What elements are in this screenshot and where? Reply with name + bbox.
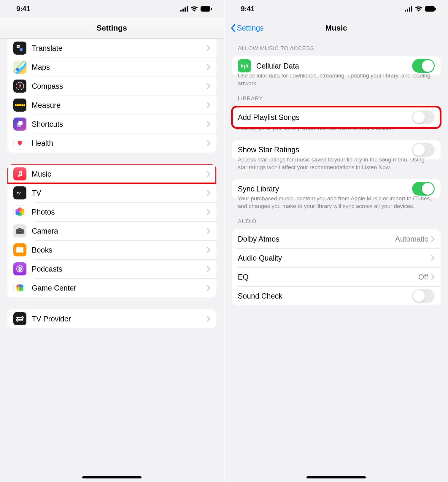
row-sound-check[interactable]: Sound Check [232, 286, 441, 305]
row-label: Game Center [32, 284, 207, 292]
svg-text:文: 文 [20, 48, 22, 51]
chevron-left-icon [231, 24, 236, 33]
row-label: Maps [32, 63, 207, 72]
measure-icon [13, 99, 26, 112]
row-label: Measure [32, 101, 207, 110]
chevron-icon [207, 247, 210, 253]
row-label: Cellular Data [256, 62, 412, 70]
sound-check-toggle[interactable] [412, 289, 435, 303]
row-eq[interactable]: EQ Off [232, 267, 441, 286]
row-label: Compass [32, 82, 207, 91]
chevron-icon [207, 171, 210, 177]
svg-rect-0 [180, 10, 182, 12]
row-measure[interactable]: Measure [7, 96, 216, 115]
group-audio: Dolby Atmos Automatic Audio Quality EQ O… [232, 229, 441, 305]
camera-icon [13, 224, 26, 237]
row-photos[interactable]: Photos [7, 202, 216, 221]
home-indicator[interactable] [82, 476, 142, 478]
wifi-icon [190, 6, 198, 12]
compass-icon [13, 80, 26, 93]
gamecenter-icon [13, 281, 26, 294]
status-bar: 9:41 [225, 0, 448, 18]
row-compass[interactable]: Compass [7, 77, 216, 96]
section-header-library: Library [238, 95, 435, 102]
chevron-icon [207, 121, 210, 127]
group-sync-library: Sync Library [232, 179, 441, 198]
chevron-icon [431, 255, 435, 261]
row-label: EQ [238, 273, 419, 281]
translate-icon: A文 [13, 42, 26, 55]
settings-group-2: Music tv TV [7, 164, 216, 297]
row-label: TV Provider [32, 315, 207, 323]
row-label: Music [32, 170, 207, 178]
chevron-icon [431, 274, 435, 280]
chevron-icon [207, 228, 210, 234]
svg-rect-3 [187, 6, 188, 12]
row-star-ratings[interactable]: Show Star Ratings [232, 140, 441, 159]
svg-rect-5 [211, 8, 212, 10]
row-maps[interactable]: Maps [7, 58, 216, 77]
row-music[interactable]: Music [7, 164, 216, 183]
row-label: Health [32, 139, 207, 148]
row-cellular-data[interactable]: Cellular Data [232, 56, 441, 75]
row-health[interactable]: Health [7, 134, 216, 153]
svg-text:tv: tv [17, 191, 21, 195]
settings-group-3: TV Provider [7, 309, 216, 328]
battery-icon [425, 6, 436, 12]
row-label: Sound Check [238, 292, 412, 300]
row-label: Translate [32, 44, 207, 53]
tvprovider-icon [13, 312, 26, 325]
row-gamecenter[interactable]: Game Center [7, 278, 216, 297]
sync-library-toggle[interactable] [412, 182, 435, 196]
back-button[interactable]: Settings [231, 24, 264, 33]
row-label: Sync Library [238, 185, 412, 193]
group-cellular: Cellular Data [232, 56, 441, 75]
cellular-toggle[interactable] [412, 59, 435, 73]
settings-scroll[interactable]: A文 Translate Maps Compass Measure [0, 39, 224, 482]
row-tv[interactable]: tv TV [7, 183, 216, 202]
row-sync-library[interactable]: Sync Library [232, 179, 441, 198]
svg-rect-2 [185, 7, 186, 12]
phone-settings: 9:41 Settings A文 Translate Maps Compass [0, 0, 224, 482]
music-icon [13, 167, 26, 180]
chevron-icon [207, 102, 210, 108]
chevron-icon [207, 64, 210, 70]
page-title: Settings [96, 23, 127, 33]
chevron-icon [207, 209, 210, 215]
row-podcasts[interactable]: Podcasts [7, 259, 216, 278]
wifi-icon [415, 6, 422, 12]
settings-group-1: A文 Translate Maps Compass Measure [7, 39, 216, 153]
svg-rect-22 [18, 228, 21, 230]
home-indicator[interactable] [306, 476, 366, 478]
nav-header: Settings Music [225, 18, 448, 39]
row-translate[interactable]: A文 Translate [7, 39, 216, 58]
status-time: 9:41 [241, 5, 255, 13]
svg-rect-19 [18, 121, 23, 125]
row-label: Add Playlist Songs [238, 113, 412, 122]
maps-icon [13, 61, 26, 74]
health-icon [13, 137, 26, 150]
row-books[interactable]: Books [7, 240, 216, 259]
music-scroll[interactable]: Allow Music to Access Cellular Data Use … [225, 39, 448, 482]
row-tvprovider[interactable]: TV Provider [7, 309, 216, 328]
row-audio-quality[interactable]: Audio Quality [232, 248, 441, 267]
row-label: Books [32, 246, 207, 254]
row-value: Automatic [395, 235, 428, 243]
svg-rect-4 [201, 6, 210, 12]
shortcuts-icon [13, 118, 26, 131]
phone-music-settings: 9:41 Settings Music Allow Music to Acces… [224, 0, 448, 482]
row-label: Camera [32, 227, 207, 235]
chevron-icon [207, 45, 210, 51]
row-dolby-atmos[interactable]: Dolby Atmos Automatic [232, 229, 441, 248]
row-camera[interactable]: Camera [7, 221, 216, 240]
row-shortcuts[interactable]: Shortcuts [7, 115, 216, 134]
star-ratings-toggle[interactable] [412, 143, 435, 157]
row-add-playlist-songs[interactable]: Add Playlist Songs [232, 107, 441, 128]
group-add-playlist: Add Playlist Songs [232, 107, 441, 128]
add-playlist-toggle[interactable] [412, 110, 435, 124]
group-star-ratings: Show Star Ratings [232, 140, 441, 159]
svg-rect-37 [411, 6, 412, 12]
svg-rect-36 [409, 7, 410, 12]
row-label: Show Star Ratings [238, 145, 412, 154]
section-header-audio: Audio [238, 218, 435, 225]
